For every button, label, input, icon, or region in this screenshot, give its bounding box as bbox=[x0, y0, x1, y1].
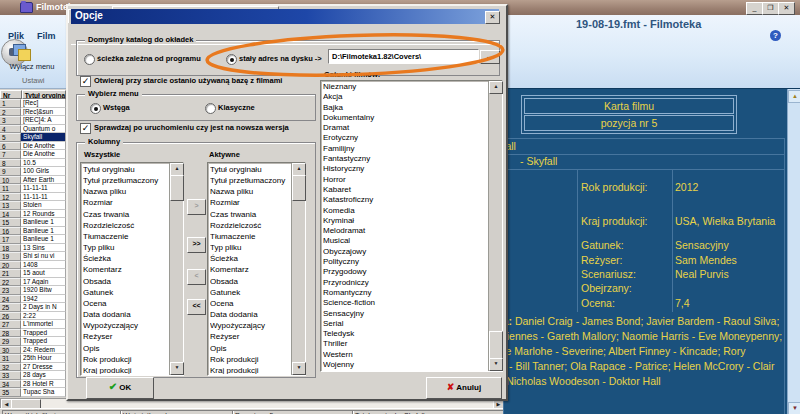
table-row[interactable]: 2[Rec]&sun bbox=[0, 108, 66, 117]
table-row[interactable]: 3328 days bbox=[0, 371, 66, 380]
col-header-nr[interactable]: Nr bbox=[0, 90, 22, 99]
genre-item[interactable]: Akcja bbox=[323, 92, 489, 102]
list-item[interactable]: Nazwa pliku bbox=[210, 186, 292, 197]
genre-item[interactable]: Wojenny bbox=[323, 360, 489, 370]
table-row[interactable]: 810.5 bbox=[0, 159, 66, 168]
list-item[interactable]: Czas trwania bbox=[210, 209, 292, 220]
genres-listbox[interactable]: NieznanyAkcjaBajkaDokumentalnyDramatErot… bbox=[320, 80, 503, 372]
checkbox-open-last-label[interactable]: Otwieraj przy starcie ostanio używaną ba… bbox=[94, 76, 282, 85]
list-item[interactable]: Kraj produkcji bbox=[210, 365, 292, 374]
genre-item[interactable]: Historyczny bbox=[323, 164, 489, 174]
table-row[interactable]: 7Die Anothe bbox=[0, 150, 66, 159]
scroll-down-icon[interactable]: ▼ bbox=[292, 362, 306, 375]
radio-classic-menu-label[interactable]: Klasyczne bbox=[218, 103, 255, 112]
list-item[interactable]: Ścieżka bbox=[210, 253, 292, 264]
list-item[interactable]: Reżyser bbox=[210, 331, 292, 342]
genre-item[interactable]: Kryminał bbox=[323, 216, 489, 226]
table-row[interactable]: 2115 aout bbox=[0, 269, 66, 278]
genre-item[interactable]: Teledysk bbox=[323, 329, 489, 339]
cover-path-input[interactable]: D:\Filmoteka1.82\Covers\ bbox=[328, 49, 479, 64]
listbox-scrollbar[interactable]: ▲ ▼ bbox=[291, 163, 305, 375]
table-row[interactable]: 3227 Dresse bbox=[0, 363, 66, 372]
list-item[interactable]: Rok produkcji bbox=[83, 354, 170, 365]
listbox-scrollbar[interactable]: ▲ ▼ bbox=[488, 81, 502, 371]
close-button[interactable]: ✕ bbox=[778, 2, 795, 15]
list-item[interactable]: Ocena bbox=[210, 298, 292, 309]
table-row[interactable]: 1412 Rounds bbox=[0, 210, 66, 219]
switch-menu-icon[interactable] bbox=[13, 44, 31, 60]
transfer-button-ll[interactable]: << bbox=[187, 299, 206, 315]
table-row[interactable]: 10After Earth bbox=[0, 176, 66, 185]
transfer-button-rr[interactable]: >> bbox=[187, 237, 206, 253]
list-item[interactable]: Czas trwania bbox=[83, 209, 170, 220]
genre-item[interactable]: Sensacyjny bbox=[323, 309, 489, 319]
list-item[interactable]: Data dodania bbox=[83, 309, 170, 320]
scroll-down-icon[interactable]: ▼ bbox=[170, 362, 184, 375]
dialog-titlebar[interactable]: Opcje ✕ bbox=[71, 9, 499, 24]
radio-path-fixed-label[interactable]: stały adres na dysku -> bbox=[239, 54, 322, 63]
genre-item[interactable]: Polityczny bbox=[323, 257, 489, 267]
genre-item[interactable]: Melodramat bbox=[323, 226, 489, 236]
table-row[interactable]: 252 Days in N bbox=[0, 303, 66, 312]
genre-item[interactable]: Musical bbox=[323, 236, 489, 246]
radio-ribbon-menu-label[interactable]: Wstęga bbox=[103, 103, 130, 112]
genre-item[interactable]: Nieznany bbox=[323, 82, 489, 92]
genre-item[interactable]: Thriller bbox=[323, 339, 489, 349]
list-item[interactable]: Reżyser bbox=[83, 331, 170, 342]
scroll-thumb[interactable] bbox=[170, 175, 184, 201]
scroll-down-icon[interactable]: ▼ bbox=[489, 358, 503, 371]
col-header-title[interactable]: Tytuł oryginału bbox=[22, 90, 66, 99]
ok-button[interactable]: ✔ OK bbox=[86, 377, 154, 399]
list-item[interactable]: Rozdzielczość bbox=[83, 220, 170, 231]
table-row[interactable]: 35Tupac Sha bbox=[0, 388, 66, 397]
radio-path-relative-label[interactable]: ścieżka zależna od programu bbox=[97, 54, 201, 63]
table-row[interactable]: 29Trapped bbox=[0, 337, 66, 346]
browse-button[interactable]: ... bbox=[480, 50, 500, 64]
list-item[interactable]: Rok produkcji bbox=[210, 354, 292, 365]
list-item[interactable]: Typ pliku bbox=[83, 242, 170, 253]
list-item[interactable]: Tłumaczenie bbox=[83, 231, 170, 242]
scroll-thumb[interactable] bbox=[489, 331, 503, 359]
transfer-button-r[interactable]: > bbox=[187, 199, 206, 215]
table-row[interactable]: 16Banlieue 1 bbox=[0, 227, 66, 236]
list-item[interactable]: Opis bbox=[210, 343, 292, 354]
table-row[interactable]: 3024: Redem bbox=[0, 346, 66, 355]
checkbox-check-updates[interactable]: ✓ bbox=[80, 123, 91, 134]
list-item[interactable]: Rozmiar bbox=[83, 197, 170, 208]
list-item[interactable]: Gatunek bbox=[210, 287, 292, 298]
genre-item[interactable]: Przyrodniczy bbox=[323, 278, 489, 288]
list-item[interactable]: Wypożyczający bbox=[83, 320, 170, 331]
table-row[interactable]: 1211-11-11 bbox=[0, 193, 66, 202]
table-row[interactable]: 13Stolen bbox=[0, 201, 66, 210]
table-row[interactable]: 27L'immortel bbox=[0, 320, 66, 329]
table-row[interactable]: 241942 bbox=[0, 295, 66, 304]
list-item[interactable]: Komentarz bbox=[210, 264, 292, 275]
list-item[interactable]: Kraj produkcji bbox=[83, 365, 170, 374]
table-row[interactable]: 1111-11-11 bbox=[0, 184, 66, 193]
genre-item[interactable]: Dokumentalny bbox=[323, 113, 489, 123]
table-row[interactable]: 17Banlieue 1 bbox=[0, 235, 66, 244]
checkbox-open-last[interactable]: ✓ bbox=[80, 76, 91, 87]
table-row[interactable]: 2217 Again bbox=[0, 278, 66, 287]
columns-active-listbox[interactable]: Tytuł oryginałuTytuł przetłumaczonyNazwa… bbox=[207, 162, 306, 376]
genre-item[interactable]: Familijny bbox=[323, 144, 489, 154]
genre-item[interactable]: Science-fiction bbox=[323, 298, 489, 308]
genre-item[interactable]: Horror bbox=[323, 175, 489, 185]
list-item[interactable]: Obsada bbox=[210, 276, 292, 287]
listbox-scrollbar[interactable]: ▲ ▼ bbox=[169, 163, 183, 375]
table-row[interactable]: 201408 bbox=[0, 261, 66, 270]
table-row[interactable]: 15Banlieue 1 bbox=[0, 218, 66, 227]
menu-film[interactable]: Film bbox=[37, 31, 56, 41]
genre-item[interactable]: Fantastyczny bbox=[323, 154, 489, 164]
scroll-down-icon[interactable]: ▼ bbox=[788, 402, 800, 414]
table-row[interactable]: 1813 Sins bbox=[0, 244, 66, 253]
list-item[interactable]: Tytuł oryginału bbox=[210, 164, 292, 175]
genre-item[interactable]: Western bbox=[323, 350, 489, 360]
list-item[interactable]: Ocena bbox=[83, 298, 170, 309]
table-row[interactable]: 9100 Girls bbox=[0, 167, 66, 176]
radio-path-relative[interactable] bbox=[84, 54, 95, 65]
genre-item[interactable]: Bajka bbox=[323, 103, 489, 113]
checkbox-check-updates-label[interactable]: Sprawdzaj po uruchomieniu czy jest na no… bbox=[94, 123, 289, 132]
transfer-button-l[interactable]: < bbox=[187, 269, 206, 285]
dialog-close-icon[interactable]: ✕ bbox=[485, 11, 500, 24]
